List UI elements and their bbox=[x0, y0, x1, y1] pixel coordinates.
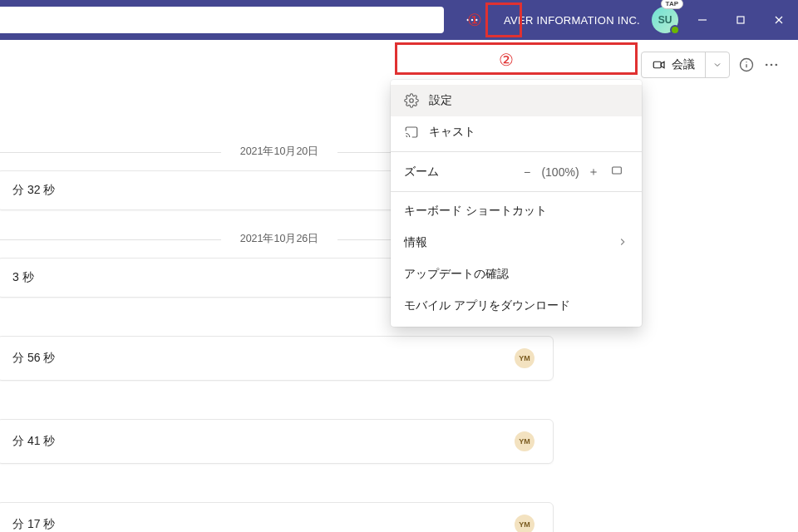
window-close-button[interactable] bbox=[760, 0, 798, 40]
profile-avatar[interactable]: SU TAP bbox=[652, 7, 678, 33]
svg-point-1 bbox=[471, 19, 473, 21]
feed-card[interactable]: 分 41 秒 YM bbox=[0, 419, 554, 464]
menu-item-info[interactable]: 情報 bbox=[391, 227, 642, 259]
zoom-label: ズーム bbox=[404, 165, 515, 180]
search-input[interactable] bbox=[0, 7, 444, 33]
menu-item-settings[interactable]: 設定 bbox=[391, 85, 642, 116]
menu-separator bbox=[391, 191, 642, 192]
page-toolbar: 会議 bbox=[641, 52, 780, 78]
fullscreen-icon bbox=[610, 164, 623, 177]
svg-point-12 bbox=[771, 64, 773, 66]
menu-item-zoom: ズーム − (100%) ＋ bbox=[391, 155, 642, 188]
minimize-icon bbox=[697, 15, 707, 25]
zoom-out-button[interactable]: − bbox=[515, 165, 539, 179]
menu-item-label: 設定 bbox=[429, 93, 452, 108]
meet-label: 会議 bbox=[672, 57, 695, 72]
svg-rect-15 bbox=[613, 167, 622, 174]
menu-item-label: アップデートの確認 bbox=[404, 267, 509, 282]
svg-point-0 bbox=[467, 19, 469, 21]
svg-point-11 bbox=[766, 64, 768, 66]
cast-icon bbox=[404, 125, 419, 140]
participant-avatar: YM bbox=[515, 515, 534, 532]
video-icon bbox=[652, 57, 667, 72]
menu-item-label: 情報 bbox=[404, 235, 427, 250]
org-name: AVER INFORMATION INC. bbox=[504, 14, 640, 27]
meet-split-button: 会議 bbox=[641, 52, 730, 78]
maximize-icon bbox=[736, 15, 746, 25]
feed-card-text: 分 41 秒 bbox=[12, 434, 515, 449]
close-icon bbox=[774, 15, 784, 25]
participant-avatar: YM bbox=[515, 348, 534, 368]
chevron-down-icon bbox=[712, 60, 722, 70]
feed-card[interactable]: 分 17 秒 YM bbox=[0, 502, 554, 532]
meet-dropdown-button[interactable] bbox=[706, 52, 729, 77]
menu-item-download-mobile[interactable]: モバイル アプリをダウンロード bbox=[391, 290, 642, 322]
menu-item-check-update[interactable]: アップデートの確認 bbox=[391, 259, 642, 290]
info-icon[interactable] bbox=[738, 57, 755, 73]
menu-separator bbox=[391, 151, 642, 152]
menu-item-label: キャスト bbox=[429, 125, 475, 140]
presence-available-icon bbox=[670, 25, 680, 35]
avatar-badge: TAP bbox=[661, 0, 683, 9]
svg-point-10 bbox=[746, 62, 746, 62]
window-minimize-button[interactable] bbox=[683, 0, 722, 40]
settings-menu: 設定 キャスト ズーム − (100%) ＋ キーボード ショートカット 情報 … bbox=[391, 80, 642, 327]
gear-icon bbox=[404, 93, 419, 108]
titlebar: AVER INFORMATION INC. SU TAP bbox=[0, 0, 798, 40]
avatar-initials: SU bbox=[658, 14, 672, 26]
feed-card[interactable]: 分 56 秒 YM bbox=[0, 336, 554, 381]
more-actions-button[interactable] bbox=[763, 57, 780, 73]
menu-item-label: キーボード ショートカット bbox=[404, 204, 547, 219]
titlebar-more-button[interactable] bbox=[456, 3, 489, 37]
meet-button[interactable]: 会議 bbox=[642, 52, 706, 77]
menu-item-cast[interactable]: キャスト bbox=[391, 116, 642, 148]
zoom-in-button[interactable]: ＋ bbox=[582, 165, 605, 180]
feed-card-text: 分 17 秒 bbox=[12, 517, 515, 532]
menu-item-label: モバイル アプリをダウンロード bbox=[404, 298, 570, 313]
ellipsis-icon bbox=[465, 12, 480, 27]
svg-point-14 bbox=[410, 99, 414, 103]
feed-card-text: 分 56 秒 bbox=[12, 351, 515, 366]
window-maximize-button[interactable] bbox=[722, 0, 760, 40]
menu-item-shortcuts[interactable]: キーボード ショートカット bbox=[391, 195, 642, 227]
participant-avatar: YM bbox=[515, 431, 534, 451]
svg-point-13 bbox=[776, 64, 778, 66]
svg-point-2 bbox=[475, 19, 477, 21]
window-controls bbox=[683, 0, 798, 40]
zoom-level: (100%) bbox=[539, 165, 582, 179]
svg-rect-7 bbox=[653, 62, 661, 68]
chevron-right-icon bbox=[617, 236, 628, 248]
zoom-fullscreen-button[interactable] bbox=[605, 164, 628, 180]
svg-rect-4 bbox=[737, 17, 744, 23]
